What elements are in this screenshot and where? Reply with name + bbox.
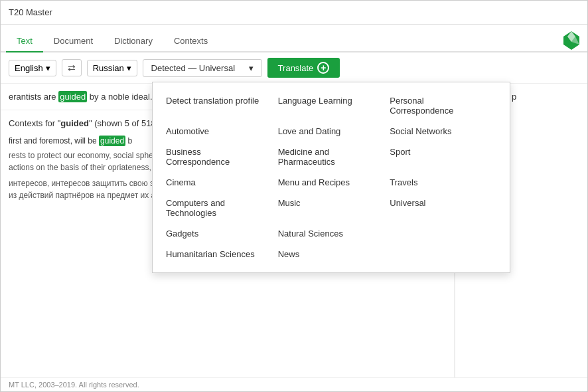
- detect-profile-item[interactable]: Detect translation profile: [163, 90, 275, 121]
- humanitarian-sciences-item[interactable]: Humanitarian Sciences: [163, 244, 275, 264]
- logo: [561, 30, 582, 51]
- tab-dictionary[interactable]: Dictionary: [104, 31, 163, 52]
- chevron-down-icon: ▾: [127, 63, 131, 73]
- swap-languages-button[interactable]: ⇄: [62, 59, 82, 76]
- footer-text: MT LLC, 2003–2019. All rights reserved.: [9, 381, 139, 389]
- chevron-down-icon: ▾: [249, 63, 254, 73]
- menu-recipes-item[interactable]: Menu and Recipes: [275, 172, 388, 193]
- gadgets-item[interactable]: Gadgets: [163, 223, 275, 244]
- empty-cell-1: [387, 223, 499, 244]
- personal-correspondence-item[interactable]: PersonalCorrespondence: [387, 90, 499, 121]
- highlighted-word: guided: [58, 91, 87, 102]
- cinema-item[interactable]: Cinema: [163, 172, 275, 193]
- automotive-item[interactable]: Automotive: [163, 121, 275, 142]
- context-highlighted: guided: [99, 136, 125, 146]
- title-bar: T20 Master: [1, 1, 587, 25]
- translate-plus-icon: +: [317, 62, 329, 74]
- detected-profile-button[interactable]: Detected — Universal ▾: [143, 59, 262, 77]
- tab-document[interactable]: Document: [43, 31, 104, 52]
- toolbar: English ▾ ⇄ Russian ▾ Detected — Univers…: [1, 52, 587, 84]
- music-item[interactable]: Music: [275, 193, 388, 223]
- source-lang-select[interactable]: English ▾: [9, 60, 56, 76]
- love-dating-item[interactable]: Love and Dating: [275, 121, 388, 142]
- footer: MT LLC, 2003–2019. All rights reserved.: [1, 377, 587, 391]
- sport-item[interactable]: Sport: [387, 142, 499, 172]
- social-networks-item[interactable]: Social Networks: [387, 121, 499, 142]
- universal-item[interactable]: Universal: [387, 193, 499, 223]
- tab-bar: Text Document Dictionary Contexts: [1, 25, 587, 52]
- travels-item[interactable]: Travels: [387, 172, 499, 193]
- translate-button[interactable]: Translate +: [267, 58, 340, 78]
- source-text-content: erantists are guided by a noble ideal.: [9, 91, 153, 102]
- news-item[interactable]: News: [275, 244, 388, 264]
- tab-contexts[interactable]: Contexts: [163, 31, 218, 52]
- chevron-down-icon: ▾: [46, 63, 50, 73]
- translation-profile-dropdown: Detect translation profile Language Lear…: [152, 82, 510, 273]
- app-window: T20 Master Text Document Dictionary Cont…: [0, 0, 588, 392]
- medicine-pharmaceutics-item[interactable]: Medicine andPharmaceutics: [275, 142, 388, 172]
- natural-sciences-item[interactable]: Natural Sciences: [275, 223, 388, 244]
- tab-text[interactable]: Text: [6, 31, 43, 52]
- business-correspondence-item[interactable]: BusinessCorrespondence: [163, 142, 275, 172]
- empty-cell-2: [387, 244, 499, 264]
- target-lang-select[interactable]: Russian ▾: [87, 60, 137, 76]
- app-title: T20 Master: [9, 7, 52, 17]
- language-learning-item[interactable]: Language Learning: [275, 90, 388, 121]
- computers-technologies-item[interactable]: Computers andTechnologies: [163, 193, 275, 223]
- contexts-word: guided: [60, 118, 89, 128]
